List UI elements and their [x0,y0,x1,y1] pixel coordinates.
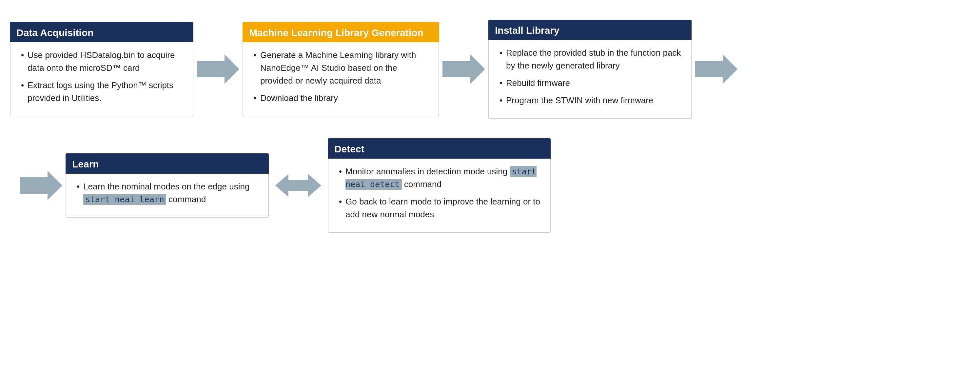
list-item-detect-1: Monitor anomalies in detection mode usin… [336,165,542,191]
card-data-acquisition-header: Data Acquisition [10,22,193,42]
card-install-library: Install Library Replace the provided stu… [488,20,692,119]
row2: Learn Learn the nominal modes on the edg… [10,138,970,233]
card-data-acquisition: Data Acquisition Use provided HSDatalog.… [10,22,193,116]
card-learn-header: Learn [65,153,269,174]
arrow-row2-entry [20,171,62,200]
list-item: Program the STWIN with new firmware [497,94,683,107]
list-item: Extract logs using the Python™ scripts p… [18,79,185,105]
card-learn: Learn Learn the nominal modes on the edg… [65,153,269,218]
list-item-detect-2: Go back to learn mode to improve the lea… [336,195,542,221]
code-neai-detect: start neai_detect [345,166,536,190]
code-neai-learn: start neai_learn [83,194,166,205]
card-install-library-body: Replace the provided stub in the functio… [488,40,692,119]
list-item: Generate a Machine Learning library with… [251,49,431,87]
card-ml-library-body: Generate a Machine Learning library with… [243,42,439,116]
diagram-container: Data Acquisition Use provided HSDatalog.… [0,0,980,369]
card-ml-library-header: Machine Learning Library Generation [243,22,439,42]
card-ml-library: Machine Learning Library Generation Gene… [243,22,439,116]
card-detect-body: Monitor anomalies in detection mode usin… [328,159,550,233]
svg-marker-4 [275,174,321,197]
card-detect-header: Detect [328,138,550,159]
svg-marker-3 [20,171,62,200]
arrow-1 [197,54,239,84]
svg-marker-2 [695,54,737,84]
card-data-acquisition-body: Use provided HSDatalog.bin to acquire da… [10,42,193,116]
list-item-learn: Learn the nominal modes on the edge usin… [74,180,260,206]
list-item: Use provided HSDatalog.bin to acquire da… [18,49,185,75]
list-item: Rebuild firmware [497,77,683,89]
arrow-2 [442,54,485,84]
card-detect: Detect Monitor anomalies in detection mo… [328,138,550,233]
svg-marker-0 [197,54,239,84]
svg-marker-1 [442,54,485,84]
arrow-double [272,171,325,200]
arrow-trailing [695,54,737,84]
card-install-library-header: Install Library [488,20,692,40]
row1: Data Acquisition Use provided HSDatalog.… [10,20,970,119]
card-learn-body: Learn the nominal modes on the edge usin… [65,174,269,218]
list-item: Replace the provided stub in the functio… [497,46,683,72]
list-item: Download the library [251,92,431,105]
